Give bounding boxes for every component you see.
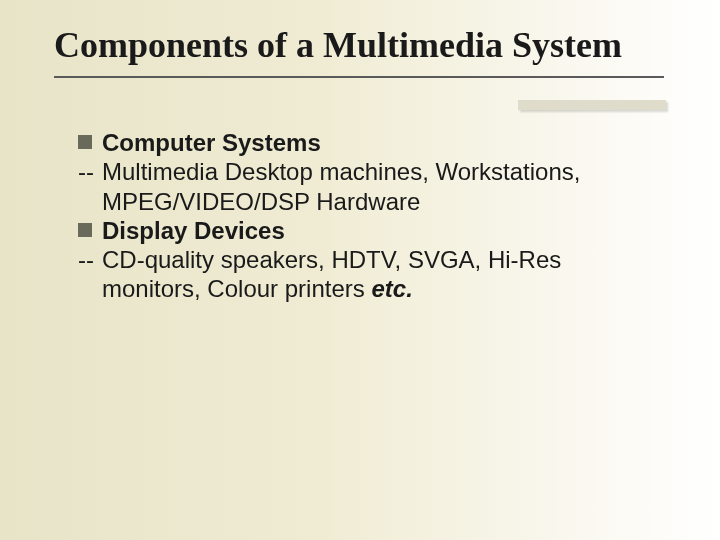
- dash-marker: --: [78, 157, 102, 216]
- slide-content: Computer Systems -- Multimedia Desktop m…: [78, 128, 658, 304]
- detail-text-display-devices: CD-quality speakers, HDTV, SVGA, Hi-Res …: [102, 245, 658, 304]
- bullet-item-display-devices: Display Devices: [78, 216, 658, 245]
- slide: Components of a Multimedia System Comput…: [0, 0, 720, 540]
- heading-computer-systems: Computer Systems: [102, 128, 321, 157]
- bullet-item-computer-systems: Computer Systems: [78, 128, 658, 157]
- dash-marker: --: [78, 245, 102, 304]
- accent-bar: [518, 100, 666, 110]
- detail-computer-systems: -- Multimedia Desktop machines, Workstat…: [78, 157, 658, 216]
- detail-text-computer-systems: Multimedia Desktop machines, Workstation…: [102, 157, 658, 216]
- detail-text-pre: CD-quality speakers, HDTV, SVGA, Hi-Res …: [102, 246, 561, 302]
- title-underline: [54, 76, 664, 78]
- square-bullet-icon: [78, 223, 92, 237]
- square-bullet-icon: [78, 135, 92, 149]
- slide-title: Components of a Multimedia System: [54, 24, 622, 66]
- detail-display-devices: -- CD-quality speakers, HDTV, SVGA, Hi-R…: [78, 245, 658, 304]
- heading-display-devices: Display Devices: [102, 216, 285, 245]
- detail-text-etc: etc.: [371, 275, 412, 302]
